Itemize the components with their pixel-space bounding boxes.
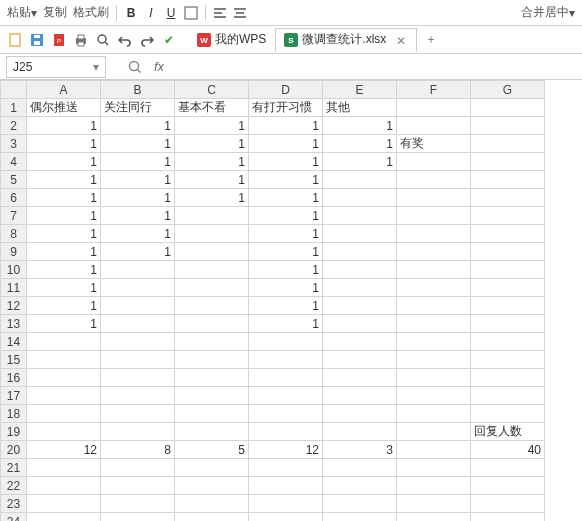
cell[interactable] bbox=[249, 459, 323, 477]
row-header[interactable]: 9 bbox=[1, 243, 27, 261]
cell[interactable]: 1 bbox=[27, 153, 101, 171]
row-header[interactable]: 20 bbox=[1, 441, 27, 459]
row-header[interactable]: 11 bbox=[1, 279, 27, 297]
cell[interactable] bbox=[175, 387, 249, 405]
cell[interactable] bbox=[397, 297, 471, 315]
cell[interactable]: 3 bbox=[323, 441, 397, 459]
undo-icon[interactable] bbox=[116, 31, 134, 49]
cell[interactable]: 1 bbox=[323, 153, 397, 171]
cell[interactable] bbox=[27, 459, 101, 477]
pdf-icon[interactable]: P bbox=[50, 31, 68, 49]
cell[interactable] bbox=[249, 333, 323, 351]
cell[interactable] bbox=[471, 153, 545, 171]
cell[interactable]: 有打开习惯 bbox=[249, 99, 323, 117]
tab-add-button[interactable]: ＋ bbox=[421, 30, 441, 50]
tab-my-wps[interactable]: W 我的WPS bbox=[188, 28, 275, 52]
cell[interactable]: 基本不看 bbox=[175, 99, 249, 117]
cell[interactable] bbox=[397, 207, 471, 225]
row-header[interactable]: 22 bbox=[1, 477, 27, 495]
cell[interactable] bbox=[27, 369, 101, 387]
col-header[interactable]: G bbox=[471, 81, 545, 99]
cell[interactable] bbox=[397, 261, 471, 279]
row-header[interactable]: 1 bbox=[1, 99, 27, 117]
cell[interactable]: 其他 bbox=[323, 99, 397, 117]
copy-button[interactable]: 复制 bbox=[43, 4, 67, 21]
cell[interactable] bbox=[471, 315, 545, 333]
cell[interactable] bbox=[323, 297, 397, 315]
cell[interactable] bbox=[101, 477, 175, 495]
cell[interactable] bbox=[397, 279, 471, 297]
cell[interactable] bbox=[323, 279, 397, 297]
cell[interactable]: 1 bbox=[249, 225, 323, 243]
cell[interactable] bbox=[323, 423, 397, 441]
fx-icon[interactable]: fx bbox=[150, 58, 168, 76]
cell[interactable] bbox=[27, 351, 101, 369]
cell[interactable] bbox=[323, 387, 397, 405]
cell[interactable]: 1 bbox=[27, 117, 101, 135]
row-header[interactable]: 12 bbox=[1, 297, 27, 315]
cell[interactable] bbox=[175, 369, 249, 387]
cell[interactable]: 1 bbox=[27, 297, 101, 315]
cell[interactable]: 1 bbox=[27, 225, 101, 243]
cell[interactable] bbox=[249, 477, 323, 495]
cell[interactable] bbox=[175, 279, 249, 297]
cell[interactable] bbox=[397, 369, 471, 387]
redo-icon[interactable] bbox=[138, 31, 156, 49]
cell[interactable] bbox=[397, 405, 471, 423]
col-header[interactable]: D bbox=[249, 81, 323, 99]
cell[interactable]: 1 bbox=[323, 135, 397, 153]
cell[interactable]: 1 bbox=[27, 207, 101, 225]
cell[interactable] bbox=[101, 495, 175, 513]
cell[interactable] bbox=[471, 495, 545, 513]
cell[interactable] bbox=[397, 477, 471, 495]
cell[interactable] bbox=[471, 369, 545, 387]
cell[interactable] bbox=[101, 369, 175, 387]
cell[interactable] bbox=[101, 387, 175, 405]
search-icon[interactable] bbox=[126, 58, 144, 76]
cell[interactable] bbox=[471, 171, 545, 189]
cell[interactable] bbox=[397, 315, 471, 333]
new-icon[interactable] bbox=[6, 31, 24, 49]
cell[interactable]: 1 bbox=[27, 189, 101, 207]
align-left-button[interactable] bbox=[212, 5, 228, 21]
cell[interactable]: 8 bbox=[101, 441, 175, 459]
cell[interactable]: 1 bbox=[27, 315, 101, 333]
cell[interactable] bbox=[249, 351, 323, 369]
cell[interactable] bbox=[397, 459, 471, 477]
cell[interactable] bbox=[471, 207, 545, 225]
cell[interactable] bbox=[175, 513, 249, 522]
underline-button[interactable]: U bbox=[163, 5, 179, 21]
cell[interactable] bbox=[101, 279, 175, 297]
cell[interactable] bbox=[27, 495, 101, 513]
row-header[interactable]: 24 bbox=[1, 513, 27, 522]
cell[interactable] bbox=[323, 459, 397, 477]
cell[interactable] bbox=[175, 261, 249, 279]
cell[interactable]: 1 bbox=[101, 117, 175, 135]
cell[interactable]: 1 bbox=[101, 171, 175, 189]
cell[interactable] bbox=[471, 261, 545, 279]
col-header[interactable]: B bbox=[101, 81, 175, 99]
name-box[interactable]: J25 ▾ bbox=[6, 56, 106, 78]
cell[interactable] bbox=[175, 297, 249, 315]
cell[interactable] bbox=[323, 405, 397, 423]
cell[interactable]: 1 bbox=[27, 279, 101, 297]
col-header[interactable]: E bbox=[323, 81, 397, 99]
cell[interactable] bbox=[471, 459, 545, 477]
check-icon[interactable]: ✔ bbox=[160, 31, 178, 49]
cell[interactable] bbox=[323, 333, 397, 351]
cell[interactable]: 1 bbox=[175, 171, 249, 189]
cell[interactable]: 1 bbox=[323, 117, 397, 135]
row-header[interactable]: 2 bbox=[1, 117, 27, 135]
cell[interactable] bbox=[471, 333, 545, 351]
cell[interactable]: 有奖 bbox=[397, 135, 471, 153]
cell[interactable] bbox=[27, 333, 101, 351]
tab-workbook[interactable]: S 微调查统计.xlsx ✕ bbox=[275, 28, 417, 52]
cell[interactable] bbox=[471, 279, 545, 297]
italic-button[interactable]: I bbox=[143, 5, 159, 21]
cell[interactable]: 1 bbox=[249, 261, 323, 279]
cell[interactable] bbox=[101, 423, 175, 441]
cell[interactable]: 1 bbox=[249, 117, 323, 135]
close-icon[interactable]: ✕ bbox=[396, 34, 408, 46]
cell[interactable] bbox=[323, 225, 397, 243]
cell[interactable]: 1 bbox=[175, 117, 249, 135]
